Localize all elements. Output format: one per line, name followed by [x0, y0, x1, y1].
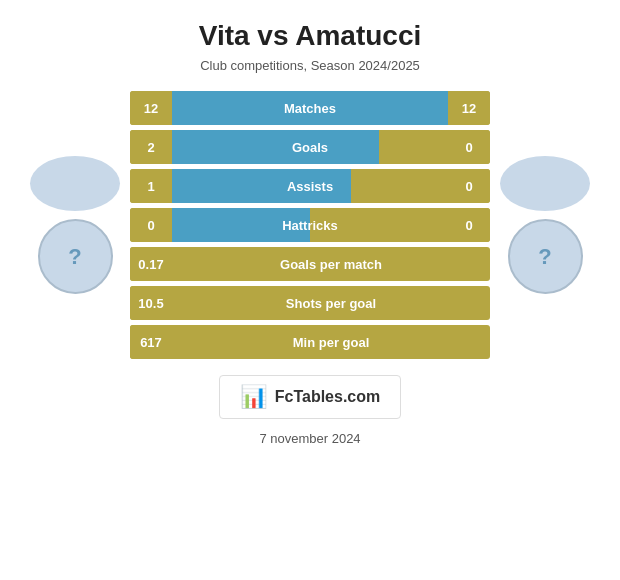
goals-label: Goals — [292, 140, 328, 155]
goals-per-match-value: 0.17 — [130, 247, 172, 281]
right-avatar-circle: ? — [508, 219, 583, 294]
stat-row-goals-per-match: 0.17 Goals per match — [130, 247, 490, 281]
right-avatar-icon: ? — [538, 244, 551, 270]
min-per-goal-value: 617 — [130, 325, 172, 359]
date-label: 7 november 2024 — [259, 431, 360, 446]
stat-row-min-per-goal: 617 Min per goal — [130, 325, 490, 359]
assists-right-value: 0 — [448, 169, 490, 203]
goals-fill-bar — [172, 130, 379, 164]
logo-text: FcTables.com — [275, 388, 381, 406]
stat-row-hattricks: 0 Hattricks 0 — [130, 208, 490, 242]
page-title: Vita vs Amatucci — [199, 20, 422, 52]
logo-chart-icon: 📊 — [240, 384, 267, 410]
goals-left-value: 2 — [130, 130, 172, 164]
main-row: ? 12 Matches 12 2 Goals 0 — [0, 91, 620, 359]
stats-panel: 12 Matches 12 2 Goals 0 1 — [130, 91, 490, 359]
hattricks-label-area: Hattricks — [172, 208, 448, 242]
goals-right-value: 0 — [448, 130, 490, 164]
logo-container: 📊 FcTables.com — [219, 375, 402, 419]
goals-per-match-label-area: Goals per match — [172, 247, 490, 281]
goals-per-match-label: Goals per match — [280, 257, 382, 272]
matches-label: Matches — [284, 101, 336, 116]
hattricks-left-value: 0 — [130, 208, 172, 242]
stat-row-assists: 1 Assists 0 — [130, 169, 490, 203]
min-per-goal-label: Min per goal — [293, 335, 370, 350]
right-avatar-ellipse — [500, 156, 590, 211]
hattricks-right-value: 0 — [448, 208, 490, 242]
assists-left-value: 1 — [130, 169, 172, 203]
left-player-avatar: ? — [20, 156, 130, 294]
shots-per-goal-label: Shots per goal — [286, 296, 376, 311]
stat-row-goals: 2 Goals 0 — [130, 130, 490, 164]
shots-per-goal-value: 10.5 — [130, 286, 172, 320]
matches-left-value: 12 — [130, 91, 172, 125]
min-per-goal-label-area: Min per goal — [172, 325, 490, 359]
stat-row-shots-per-goal: 10.5 Shots per goal — [130, 286, 490, 320]
stat-row-matches: 12 Matches 12 — [130, 91, 490, 125]
hattricks-label: Hattricks — [282, 218, 338, 233]
shots-per-goal-label-area: Shots per goal — [172, 286, 490, 320]
left-avatar-ellipse — [30, 156, 120, 211]
matches-label-area: Matches — [172, 91, 448, 125]
assists-label: Assists — [287, 179, 333, 194]
right-player-avatar: ? — [490, 156, 600, 294]
matches-right-value: 12 — [448, 91, 490, 125]
goals-label-area: Goals — [172, 130, 448, 164]
assists-label-area: Assists — [172, 169, 448, 203]
page-subtitle: Club competitions, Season 2024/2025 — [200, 58, 420, 73]
left-avatar-circle: ? — [38, 219, 113, 294]
left-avatar-icon: ? — [68, 244, 81, 270]
page-container: Vita vs Amatucci Club competitions, Seas… — [0, 0, 620, 580]
